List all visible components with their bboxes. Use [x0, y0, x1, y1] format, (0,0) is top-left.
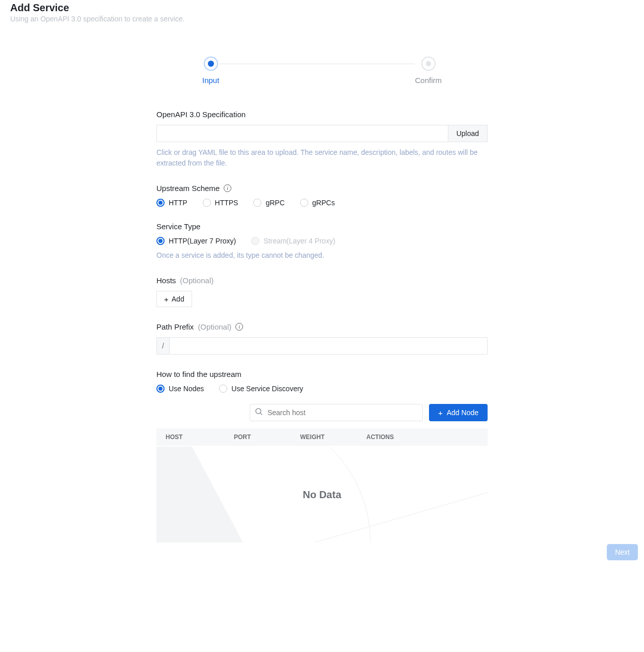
- radio-icon: [300, 199, 308, 207]
- info-icon[interactable]: i: [235, 323, 243, 331]
- search-icon: [255, 408, 263, 418]
- step-circle-inactive-icon: [421, 57, 436, 71]
- path-prefix-addon: /: [156, 337, 169, 355]
- step-input[interactable]: Input: [202, 57, 219, 85]
- svg-marker-2: [156, 447, 243, 542]
- svg-line-1: [260, 413, 262, 415]
- col-weight: WEIGHT: [300, 433, 366, 441]
- col-host: HOST: [166, 433, 234, 441]
- radio-checked-icon: [156, 199, 165, 207]
- upstream-use-nodes[interactable]: Use Nodes: [156, 385, 204, 393]
- stepper: Input Confirm: [156, 57, 488, 85]
- scheme-http[interactable]: HTTP: [156, 199, 187, 207]
- radio-icon: [203, 199, 211, 207]
- nodes-empty: No Data: [156, 447, 488, 542]
- path-prefix-input[interactable]: [169, 337, 488, 355]
- step-label-input: Input: [202, 76, 219, 85]
- service-type-http[interactable]: HTTP(Layer 7 Proxy): [156, 237, 236, 245]
- openapi-label: OpenAPI 3.0 Specification: [156, 110, 488, 119]
- upload-button[interactable]: Upload: [448, 125, 488, 142]
- search-host-input[interactable]: [250, 404, 423, 421]
- col-port: PORT: [234, 433, 300, 441]
- radio-checked-icon: [156, 385, 165, 393]
- info-icon[interactable]: i: [224, 184, 231, 192]
- openapi-input[interactable]: [156, 125, 448, 142]
- step-confirm[interactable]: Confirm: [415, 57, 442, 85]
- col-actions: ACTIONS: [366, 433, 478, 441]
- scheme-https[interactable]: HTTPS: [203, 199, 238, 207]
- openapi-help: Click or drag YAML file to this area to …: [156, 147, 488, 169]
- service-type-label: Service Type: [156, 222, 488, 231]
- scheme-grpc[interactable]: gRPC: [253, 199, 284, 207]
- add-node-button[interactable]: + Add Node: [429, 404, 488, 421]
- page-header: Add Service Using an OpenAPI 3.0 specifi…: [0, 0, 644, 26]
- plus-icon: +: [438, 409, 443, 417]
- plus-icon: +: [164, 295, 169, 303]
- service-type-stream: Stream(Layer 4 Proxy): [251, 237, 335, 245]
- service-type-help: Once a service is added, its type cannot…: [156, 250, 488, 261]
- hosts-label: Hosts (Optional): [156, 276, 488, 285]
- step-label-confirm: Confirm: [415, 76, 442, 85]
- radio-icon: [219, 385, 227, 393]
- scheme-grpcs[interactable]: gRPCs: [300, 199, 335, 207]
- radio-disabled-icon: [251, 237, 259, 245]
- nodata-text: No Data: [303, 489, 341, 501]
- upstream-find-label: How to find the upstream: [156, 370, 488, 378]
- step-circle-active-icon: [204, 57, 218, 71]
- page-subtitle: Using an OpenAPI 3.0 specification to cr…: [10, 15, 634, 23]
- add-host-button[interactable]: + Add: [156, 291, 192, 307]
- upstream-use-service-discovery[interactable]: Use Service Discovery: [219, 385, 303, 393]
- nodes-table-header: HOST PORT WEIGHT ACTIONS: [156, 428, 488, 446]
- upstream-scheme-label: Upstream Scheme i: [156, 184, 488, 193]
- next-button[interactable]: Next: [607, 544, 638, 560]
- step-connector: [219, 64, 415, 64]
- page-title: Add Service: [10, 2, 634, 14]
- radio-icon: [253, 199, 261, 207]
- radio-checked-icon: [156, 237, 165, 245]
- path-prefix-label: Path Prefix (Optional) i: [156, 322, 488, 331]
